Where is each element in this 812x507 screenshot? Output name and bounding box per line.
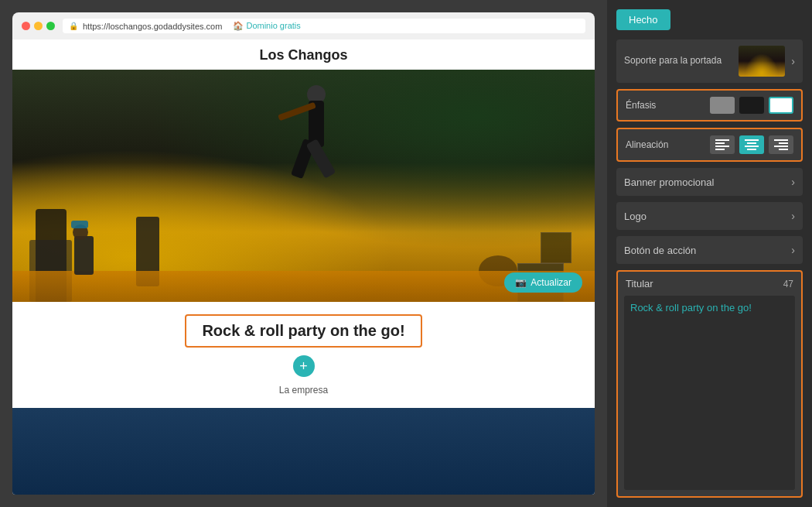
- titular-header: Titular 47: [618, 272, 801, 293]
- jump-figure: [285, 85, 347, 209]
- url-text: https://loschangos.godaddysites.com: [83, 22, 222, 31]
- bottom-preview-image: [12, 408, 595, 495]
- traffic-light-yellow[interactable]: [34, 22, 43, 30]
- address-bar[interactable]: 🔒 https://loschangos.godaddysites.com 🏠 …: [63, 19, 585, 33]
- la-empresa-label: La empresa: [279, 385, 328, 396]
- boton-label: Botón de acción: [624, 245, 696, 256]
- update-button[interactable]: 📷 Actualizar: [504, 272, 582, 293]
- svg-rect-11: [779, 149, 788, 150]
- cover-thumbnail: [739, 46, 785, 77]
- color-swatch-dark[interactable]: [739, 97, 764, 114]
- singer-body: [74, 236, 94, 275]
- lock-icon: 🔒: [69, 22, 78, 30]
- domain-link[interactable]: 🏠 Dominio gratis: [233, 21, 300, 31]
- alineacion-label: Alineación: [626, 139, 668, 150]
- logo-chevron-icon: ›: [791, 210, 795, 222]
- svg-rect-6: [745, 146, 759, 147]
- svg-rect-5: [747, 142, 756, 144]
- cover-support-item[interactable]: Soporte para la portada ›: [616, 39, 803, 83]
- traffic-lights: [22, 22, 55, 30]
- svg-rect-10: [774, 146, 788, 147]
- align-left-button[interactable]: [710, 135, 735, 154]
- alineacion-row: Alineación: [626, 135, 793, 154]
- svg-rect-1: [715, 142, 725, 144]
- svg-rect-3: [715, 149, 725, 150]
- svg-rect-9: [779, 142, 788, 144]
- cover-thumb-image: [739, 46, 785, 77]
- svg-rect-4: [745, 139, 759, 141]
- cover-support-label: Soporte para la portada: [624, 55, 732, 67]
- banner-label: Banner promocional: [624, 176, 714, 188]
- camera-icon: 📷: [515, 277, 527, 288]
- blue-hat: [71, 221, 88, 228]
- site-title: Los Changos: [12, 39, 595, 70]
- titular-label: Titular: [626, 278, 653, 289]
- logo-item[interactable]: Logo ›: [616, 202, 803, 230]
- color-swatch-gray[interactable]: [710, 97, 735, 114]
- banner-promocional-item[interactable]: Banner promocional ›: [616, 168, 803, 196]
- browser-content: Los Changos: [12, 39, 595, 495]
- equipment-box2: [541, 232, 571, 263]
- right-panel: Hecho Soporte para la portada › Énfasis …: [607, 0, 812, 507]
- svg-rect-8: [774, 139, 788, 141]
- svg-rect-7: [747, 149, 756, 150]
- boton-accion-item[interactable]: Botón de acción ›: [616, 236, 803, 264]
- hero-image: 📷 Actualizar: [12, 70, 595, 302]
- browser-panel: 🔒 https://loschangos.godaddysites.com 🏠 …: [0, 0, 607, 507]
- svg-rect-0: [715, 139, 729, 141]
- align-options: [710, 135, 793, 154]
- color-options: [710, 97, 793, 114]
- cover-support-chevron: ›: [791, 55, 795, 67]
- titular-count: 47: [783, 279, 793, 289]
- hero-title-section: Rock & roll party on the go! + La empres…: [12, 302, 595, 408]
- titular-textarea[interactable]: [624, 296, 795, 490]
- browser-chrome: 🔒 https://loschangos.godaddysites.com 🏠 …: [12, 12, 595, 39]
- band-scene: [12, 70, 595, 302]
- add-section-button[interactable]: +: [293, 355, 315, 377]
- traffic-light-green[interactable]: [46, 22, 55, 30]
- banner-chevron-icon: ›: [791, 176, 795, 188]
- enfasis-label: Énfasis: [626, 100, 656, 111]
- update-button-label: Actualizar: [531, 277, 571, 288]
- hero-title-box[interactable]: Rock & roll party on the go!: [185, 314, 421, 348]
- hecho-button[interactable]: Hecho: [616, 9, 670, 30]
- align-center-button[interactable]: [739, 135, 764, 154]
- align-right-button[interactable]: [769, 135, 793, 154]
- boton-chevron-icon: ›: [791, 244, 795, 256]
- svg-rect-2: [715, 146, 729, 147]
- alineacion-section: Alineación: [616, 128, 803, 162]
- titular-section: Titular 47: [616, 270, 803, 498]
- enfasis-row: Énfasis: [626, 97, 793, 114]
- enfasis-section: Énfasis: [616, 89, 803, 122]
- traffic-light-red[interactable]: [22, 22, 30, 30]
- logo-label: Logo: [624, 211, 647, 222]
- color-swatch-white[interactable]: [769, 97, 793, 114]
- hero-background: [12, 70, 595, 302]
